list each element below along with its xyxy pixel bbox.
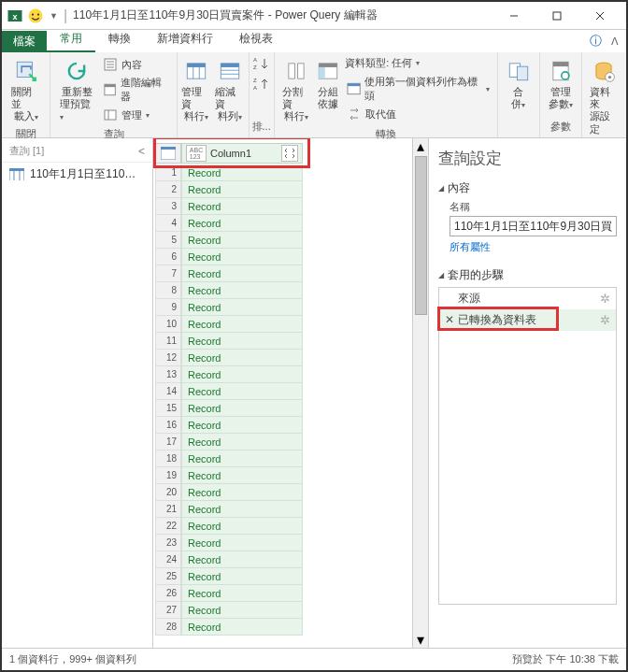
delete-step-icon[interactable]: ✕ bbox=[445, 313, 454, 326]
cell-value[interactable]: Record bbox=[181, 316, 303, 333]
cell-value[interactable]: Record bbox=[181, 434, 303, 450]
manage-query-button[interactable]: 管理▾ bbox=[101, 107, 172, 123]
cell-value[interactable]: Record bbox=[181, 181, 303, 198]
cell-value[interactable]: Record bbox=[181, 400, 303, 417]
cell-value[interactable]: Record bbox=[181, 518, 303, 535]
file-tab[interactable]: 檔案 bbox=[2, 31, 47, 52]
cell-value[interactable]: Record bbox=[181, 417, 303, 434]
table-row[interactable]: 22Record bbox=[155, 518, 412, 535]
table-row[interactable]: 5Record bbox=[155, 232, 412, 249]
table-row[interactable]: 25Record bbox=[155, 568, 412, 585]
table-row[interactable]: 4Record bbox=[155, 215, 412, 232]
refresh-preview-button[interactable]: 重新整 理預覽▾ bbox=[56, 56, 96, 125]
step-source[interactable]: 來源 ✲ bbox=[439, 288, 616, 309]
use-first-row-as-header-button[interactable]: 使用第一個資料列作為標頭▾ bbox=[345, 74, 491, 104]
cell-value[interactable]: Record bbox=[181, 467, 303, 484]
close-and-load-button[interactable]: 關閉並 載入▾ bbox=[7, 56, 44, 125]
table-row[interactable]: 11Record bbox=[155, 333, 412, 350]
table-row[interactable]: 27Record bbox=[155, 602, 412, 619]
table-row[interactable]: 1Record bbox=[155, 164, 412, 181]
replace-values-button[interactable]: 取代值 bbox=[345, 106, 491, 122]
applied-steps-header[interactable]: 套用的步驟 bbox=[438, 267, 617, 283]
table-row[interactable]: 23Record bbox=[155, 535, 412, 551]
minimize-button[interactable] bbox=[492, 2, 535, 30]
manage-parameters-button[interactable]: 管理 參數▾ bbox=[544, 56, 578, 112]
cell-value[interactable]: Record bbox=[181, 350, 303, 366]
cell-value[interactable]: Record bbox=[181, 299, 303, 316]
table-row[interactable]: 16Record bbox=[155, 417, 412, 434]
table-row[interactable]: 21Record bbox=[155, 501, 412, 518]
tab-transform[interactable]: 轉換 bbox=[95, 27, 144, 52]
table-row[interactable]: 7Record bbox=[155, 265, 412, 282]
table-row[interactable]: 10Record bbox=[155, 316, 412, 333]
table-row[interactable]: 24Record bbox=[155, 551, 412, 568]
collapse-pane-icon[interactable]: < bbox=[138, 145, 145, 158]
datatype-dropdown[interactable]: 資料類型: 任何▾ bbox=[345, 56, 491, 70]
cell-value[interactable]: Record bbox=[181, 164, 303, 181]
cell-value[interactable]: Record bbox=[181, 585, 303, 602]
cell-value[interactable]: Record bbox=[181, 551, 303, 568]
expand-column-icon[interactable] bbox=[281, 145, 298, 162]
vertical-scrollbar[interactable]: ▴ ▾ bbox=[412, 138, 428, 648]
table-row[interactable]: 9Record bbox=[155, 299, 412, 316]
tab-home[interactable]: 常用 bbox=[47, 27, 95, 52]
cell-value[interactable]: Record bbox=[181, 232, 303, 249]
cell-value[interactable]: Record bbox=[181, 366, 303, 383]
cell-value[interactable]: Record bbox=[181, 383, 303, 400]
help-icon[interactable]: ⓘ bbox=[590, 33, 602, 50]
cell-value[interactable]: Record bbox=[181, 215, 303, 232]
advanced-editor-button[interactable]: 進階編輯器 bbox=[101, 75, 172, 105]
combine-button[interactable]: 合 併▾ bbox=[502, 56, 535, 112]
cell-value[interactable]: Record bbox=[181, 602, 303, 619]
close-button[interactable] bbox=[578, 2, 621, 30]
query-name-input[interactable] bbox=[450, 216, 617, 236]
cell-value[interactable]: Record bbox=[181, 535, 303, 551]
table-row[interactable]: 20Record bbox=[155, 484, 412, 501]
step-converted-to-table[interactable]: ✕已轉換為資料表 ✲ bbox=[439, 309, 616, 331]
properties-button[interactable]: 內容 bbox=[101, 56, 172, 73]
gear-icon[interactable]: ✲ bbox=[600, 313, 610, 327]
cell-value[interactable]: Record bbox=[181, 568, 303, 585]
data-source-settings-button[interactable]: 資料來 源設定 bbox=[586, 56, 622, 137]
cell-value[interactable]: Record bbox=[181, 484, 303, 501]
table-row[interactable]: 8Record bbox=[155, 282, 412, 299]
table-row[interactable]: 6Record bbox=[155, 249, 412, 265]
column-header[interactable]: ABC123 Column1 bbox=[181, 143, 303, 164]
table-row[interactable]: 14Record bbox=[155, 383, 412, 400]
gear-icon[interactable]: ✲ bbox=[600, 292, 610, 306]
table-row[interactable]: 13Record bbox=[155, 366, 412, 383]
column-type-icon[interactable]: ABC123 bbox=[186, 145, 207, 162]
group-by-button[interactable]: 分組 依據 bbox=[313, 56, 343, 112]
scroll-down-icon[interactable]: ▾ bbox=[413, 632, 428, 648]
scroll-up-icon[interactable]: ▴ bbox=[413, 138, 428, 154]
cell-value[interactable]: Record bbox=[181, 282, 303, 299]
collapse-ribbon-icon[interactable]: ᐱ bbox=[611, 36, 619, 48]
split-column-button[interactable]: 分割資 料行▾ bbox=[280, 56, 313, 125]
scroll-thumb[interactable] bbox=[415, 156, 427, 315]
content-section-header[interactable]: 內容 bbox=[438, 180, 617, 196]
table-row[interactable]: 26Record bbox=[155, 585, 412, 602]
smiley-dropdown-icon[interactable]: ▼ bbox=[50, 11, 58, 21]
manage-columns-button[interactable]: 管理資 料行▾ bbox=[179, 56, 213, 125]
cell-value[interactable]: Record bbox=[181, 501, 303, 518]
tab-add-column[interactable]: 新增資料行 bbox=[144, 27, 226, 52]
table-row[interactable]: 18Record bbox=[155, 450, 412, 467]
grid-corner[interactable] bbox=[155, 143, 181, 164]
sort-desc-icon[interactable]: ZA bbox=[253, 77, 270, 95]
table-row[interactable]: 15Record bbox=[155, 400, 412, 417]
table-row[interactable]: 17Record bbox=[155, 434, 412, 450]
tab-view[interactable]: 檢視表 bbox=[226, 27, 286, 52]
cell-value[interactable]: Record bbox=[181, 333, 303, 350]
cell-value[interactable]: Record bbox=[181, 619, 303, 636]
reduce-rows-button[interactable]: 縮減資 料列▾ bbox=[213, 56, 247, 125]
cell-value[interactable]: Record bbox=[181, 198, 303, 215]
table-row[interactable]: 28Record bbox=[155, 619, 412, 636]
sort-asc-icon[interactable]: AZ bbox=[253, 56, 270, 75]
maximize-button[interactable] bbox=[535, 2, 578, 30]
table-row[interactable]: 3Record bbox=[155, 198, 412, 215]
table-row[interactable]: 19Record bbox=[155, 467, 412, 484]
query-list-item[interactable]: 110年1月1日至110年... bbox=[2, 163, 152, 186]
table-row[interactable]: 12Record bbox=[155, 350, 412, 366]
table-row[interactable]: 2Record bbox=[155, 181, 412, 198]
cell-value[interactable]: Record bbox=[181, 265, 303, 282]
